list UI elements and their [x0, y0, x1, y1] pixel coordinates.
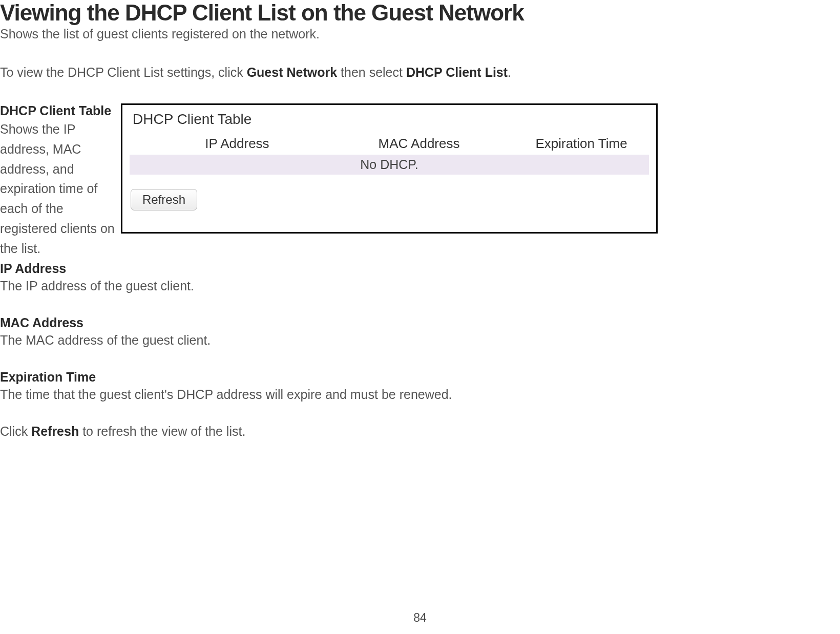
def-body-mac-address: The MAC address of the guest client.: [0, 331, 840, 349]
instruction-bold-guest-network: Guest Network: [247, 65, 337, 79]
page-number: 84: [413, 611, 427, 625]
navigation-instruction: To view the DHCP Client List settings, c…: [0, 65, 840, 80]
instruction-prefix: To view the DHCP Client List settings, c…: [0, 65, 247, 79]
page-title: Viewing the DHCP Client List on the Gues…: [0, 0, 840, 26]
instruction-bold-dhcp-client-list: DHCP Client List: [406, 65, 508, 79]
final-bold-refresh: Refresh: [31, 424, 79, 438]
column-header-ip-address: IP Address: [130, 136, 324, 152]
table-header-row: IP Address MAC Address Expiration Time: [130, 133, 649, 157]
final-prefix: Click: [0, 424, 31, 438]
table-title: DHCP Client Table: [133, 111, 649, 128]
def-heading-dhcp-client-table: DHCP Client Table: [0, 103, 116, 118]
def-body-ip-address: The IP address of the guest client.: [0, 277, 840, 295]
final-instruction: Click Refresh to refresh the view of the…: [0, 424, 840, 439]
def-heading-mac-address: MAC Address: [0, 315, 840, 330]
def-body-expiration-time: The time that the guest client's DHCP ad…: [0, 386, 840, 404]
def-body-dhcp-client-table: Shows the IP address, MAC address, and e…: [0, 119, 116, 258]
final-suffix: to refresh the view of the list.: [79, 424, 245, 438]
page-subtitle: Shows the list of guest clients register…: [0, 27, 840, 41]
instruction-mid: then select: [337, 65, 406, 79]
column-header-expiration-time: Expiration Time: [514, 136, 649, 152]
refresh-button[interactable]: Refresh: [131, 189, 197, 210]
table-empty-row: No DHCP.: [130, 155, 649, 175]
def-heading-ip-address: IP Address: [0, 261, 840, 276]
column-header-mac-address: MAC Address: [324, 136, 514, 152]
def-heading-expiration-time: Expiration Time: [0, 370, 840, 385]
dhcp-client-table-screenshot: DHCP Client Table IP Address MAC Address…: [121, 103, 658, 234]
instruction-suffix: .: [508, 65, 511, 79]
